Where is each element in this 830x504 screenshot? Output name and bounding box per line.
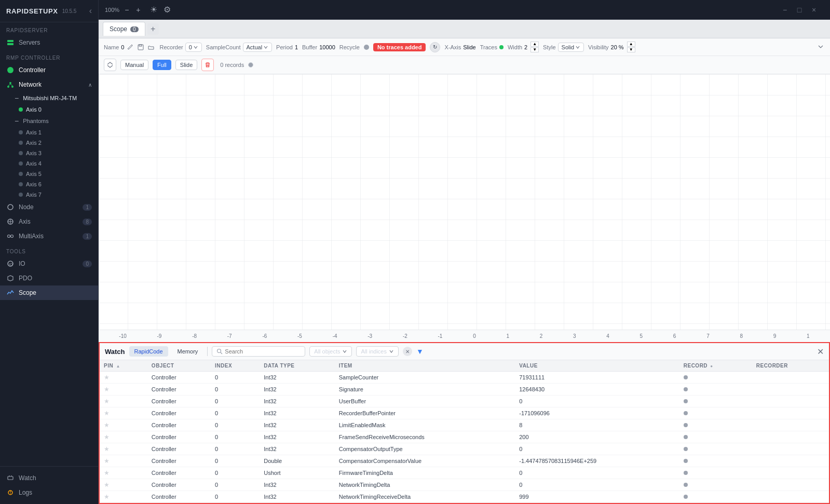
more-options-button[interactable]: [817, 43, 825, 51]
cell-pin[interactable]: ★: [100, 396, 147, 407]
cell-value: -171096096: [515, 407, 679, 419]
pin-star[interactable]: ★: [104, 493, 110, 500]
tree-axis6[interactable]: Axis 6: [0, 179, 98, 189]
svg-rect-23: [139, 45, 142, 46]
toolbar-top: Name 0 Recorder 0 SampleCount Actual: [99, 38, 830, 56]
recorder-select[interactable]: 0: [185, 43, 202, 52]
name-save-button[interactable]: [137, 43, 145, 51]
full-view-button[interactable]: Full: [153, 60, 171, 70]
tree-axis0[interactable]: Axis 0: [0, 104, 98, 115]
pin-star[interactable]: ★: [104, 410, 110, 417]
sidebar-item-multiaxis[interactable]: MultiAxis 1: [0, 229, 98, 243]
cell-pin[interactable]: ★: [100, 419, 147, 431]
width-down-button[interactable]: ▼: [530, 47, 539, 52]
tree-axis7[interactable]: Axis 7: [0, 189, 98, 200]
record-dot: [684, 447, 688, 451]
all-objects-select[interactable]: All objects: [309, 346, 352, 357]
cell-pin[interactable]: ★: [100, 467, 147, 479]
cell-recorder: [752, 455, 829, 467]
width-up-button[interactable]: ▲: [530, 42, 539, 47]
zoom-percent: 100%: [105, 7, 119, 13]
manual-view-button[interactable]: Manual: [120, 60, 148, 70]
record-dot[interactable]: [248, 62, 253, 67]
sidebar-item-pdo[interactable]: PDO: [0, 271, 98, 285]
tree-axis5[interactable]: Axis 5: [0, 169, 98, 179]
svg-point-8: [8, 205, 13, 210]
sidebar-item-scope[interactable]: Scope: [0, 285, 98, 300]
search-box[interactable]: [212, 346, 305, 357]
cell-pin[interactable]: ★: [100, 407, 147, 419]
visibility-down-button[interactable]: ▼: [627, 47, 635, 52]
add-tab-button[interactable]: +: [147, 23, 159, 35]
tree-axis4[interactable]: Axis 4: [0, 158, 98, 169]
scope-tab[interactable]: Scope 0: [103, 22, 145, 36]
name-folder-button[interactable]: [147, 43, 155, 51]
minimize-button[interactable]: −: [779, 4, 791, 16]
svg-point-21: [10, 493, 11, 494]
zoom-minus-button[interactable]: −: [123, 6, 131, 14]
tree-mitsubishi[interactable]: − Mitsubishi MR-J4-TM: [0, 92, 98, 104]
filter-icon[interactable]: ▼: [416, 347, 424, 356]
sidebar-item-logs[interactable]: Logs: [0, 485, 98, 500]
cell-recorder: [752, 407, 829, 419]
cell-pin[interactable]: ★: [100, 455, 147, 467]
sidebar-item-servers[interactable]: Servers: [0, 35, 98, 50]
recorder-label: Recorder: [159, 44, 183, 50]
svg-rect-16: [8, 476, 13, 480]
pin-star[interactable]: ★: [104, 398, 110, 405]
close-watch-button[interactable]: ✕: [817, 347, 824, 357]
expand-button[interactable]: [104, 59, 116, 71]
tree-axis3[interactable]: Axis 3: [0, 148, 98, 158]
close-button[interactable]: ×: [808, 4, 820, 16]
pin-star[interactable]: ★: [104, 445, 110, 453]
cell-pin[interactable]: ★: [100, 431, 147, 443]
sidebar-item-node[interactable]: Node 1: [0, 200, 98, 214]
clear-filter-button[interactable]: ✕: [403, 347, 412, 356]
refresh-button[interactable]: ↻: [430, 42, 440, 52]
pin-star[interactable]: ★: [104, 457, 110, 465]
cell-pin[interactable]: ★: [100, 479, 147, 491]
record-dot: [684, 459, 688, 463]
name-edit-button[interactable]: [126, 43, 134, 51]
rapidserver-section-label: RAPIDSERVER: [0, 22, 98, 35]
all-indices-select[interactable]: All indices: [356, 346, 399, 357]
buffer-value: 10000: [319, 44, 335, 50]
visibility-up-button[interactable]: ▲: [627, 42, 635, 47]
zoom-plus-button[interactable]: +: [134, 6, 142, 14]
pin-star[interactable]: ★: [104, 469, 110, 476]
sidebar-item-controller[interactable]: Controller: [0, 63, 98, 77]
cell-object: Controller: [147, 419, 211, 431]
cell-recorder: [752, 467, 829, 479]
watch-tab-rapidcode[interactable]: RapidCode: [129, 346, 168, 357]
tools-section-label: TOOLS: [0, 243, 98, 256]
brightness-icon[interactable]: ☀: [150, 5, 157, 15]
sidebar-item-network[interactable]: Network ∧: [0, 77, 98, 92]
watch-tab-memory[interactable]: Memory: [172, 346, 203, 357]
cell-value: -1.44747857083115946E+259: [515, 455, 679, 467]
col-recorder: RECORDER: [752, 360, 829, 372]
samplecount-select[interactable]: Actual: [243, 43, 273, 52]
search-input[interactable]: [225, 348, 287, 355]
pin-star[interactable]: ★: [104, 386, 110, 393]
slide-view-button[interactable]: Slide: [175, 60, 197, 70]
axis6-label: Axis 6: [26, 181, 42, 187]
cell-pin[interactable]: ★: [100, 384, 147, 396]
sidebar-item-io[interactable]: IO IO 0: [0, 256, 98, 271]
cell-pin[interactable]: ★: [100, 491, 147, 503]
delete-button[interactable]: [201, 59, 214, 71]
sidebar-item-axis[interactable]: Axis 8: [0, 214, 98, 229]
maximize-button[interactable]: □: [794, 4, 805, 16]
pin-star[interactable]: ★: [104, 421, 110, 429]
collapse-button[interactable]: ‹: [89, 6, 92, 16]
pin-star[interactable]: ★: [104, 374, 110, 381]
pin-star[interactable]: ★: [104, 481, 110, 488]
settings-icon[interactable]: ⚙: [164, 5, 171, 15]
recycle-toggle[interactable]: [364, 45, 369, 50]
style-select[interactable]: Solid: [558, 43, 584, 52]
sidebar-item-watch[interactable]: Watch: [0, 471, 98, 485]
pin-star[interactable]: ★: [104, 433, 110, 441]
tree-axis1[interactable]: Axis 1: [0, 127, 98, 138]
tree-axis2[interactable]: Axis 2: [0, 138, 98, 148]
cell-pin[interactable]: ★: [100, 372, 147, 384]
cell-pin[interactable]: ★: [100, 443, 147, 455]
